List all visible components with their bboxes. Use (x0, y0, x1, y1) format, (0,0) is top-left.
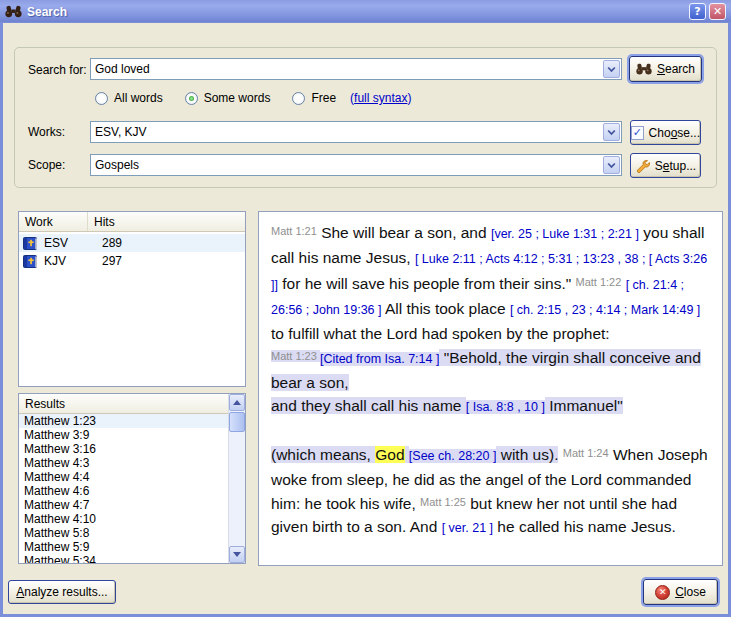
help-button[interactable]: ? (689, 3, 706, 20)
search-dialog-window: Search ? ✕ Search for: (0, 0, 731, 617)
cross-reference-link[interactable]: [ ch. 2:15 , 23 ; 4:14 ; Mark 14:49 ] (510, 303, 700, 317)
analyze-button-label: Analyze results... (16, 585, 107, 599)
list-item[interactable]: Matthew 1:23 (19, 414, 228, 428)
binoculars-icon (636, 63, 652, 75)
cross-reference-link[interactable]: [ ver. 21 ] (442, 521, 493, 535)
binoculars-icon (5, 5, 22, 18)
radio-circle-selected-icon (185, 92, 198, 105)
search-button[interactable]: Search (629, 56, 702, 82)
radio-free[interactable]: Free (292, 91, 336, 105)
results-header: Results (19, 394, 245, 414)
results-list: Results Matthew 1:23Matthew 3:9Matthew 3… (18, 393, 246, 564)
work-name: ESV (44, 236, 89, 250)
works-dropdown-button[interactable] (603, 123, 620, 141)
table-row[interactable]: ESV289 (19, 234, 245, 252)
wrench-icon (635, 158, 650, 173)
radio-all-words[interactable]: All words (95, 91, 163, 105)
radio-some-words-label: Some words (204, 91, 271, 105)
verse-number: Matt 1:21 (271, 225, 317, 237)
radio-circle-icon (95, 92, 108, 105)
radio-circle-icon (292, 92, 305, 105)
work-column-header[interactable]: Work (19, 212, 88, 231)
cross-reference-link[interactable]: [ Isa. 8:8 , 10 ] (466, 400, 545, 414)
scope-value: Gospels (91, 158, 603, 172)
chevron-down-icon (607, 129, 616, 136)
verse-text-panel[interactable]: Matt 1:21 She will bear a son, and [ver.… (258, 211, 723, 566)
close-button-label: Close (675, 585, 706, 599)
search-button-label: Search (657, 62, 695, 76)
results-scrollbar[interactable] (228, 394, 245, 563)
book-icon (23, 237, 38, 250)
hit-count: 289 (102, 236, 122, 250)
search-input[interactable] (91, 62, 603, 76)
search-hit-highlight: God (375, 446, 404, 463)
hit-count: 297 (102, 254, 122, 268)
chevron-down-icon (607, 66, 616, 73)
list-item[interactable]: Matthew 4:3 (19, 456, 228, 470)
list-item[interactable]: Matthew 4:10 (19, 512, 228, 526)
verse-number: Matt 1:23 (271, 350, 320, 362)
dialog-client-area: Search for: (3, 23, 728, 614)
close-button[interactable]: ✕ Close (643, 579, 718, 605)
verse-text: for he will save his people from their s… (278, 275, 576, 292)
work-name: KJV (44, 254, 89, 268)
setup-scope-button[interactable]: Setup... (630, 153, 701, 178)
choose-works-button[interactable]: ✓ Choose... (630, 120, 701, 145)
list-item[interactable]: Matthew 3:16 (19, 442, 228, 456)
search-for-label: Search for: (28, 63, 87, 77)
results-list-body: Matthew 1:23Matthew 3:9Matthew 3:16Matth… (19, 414, 228, 563)
search-input-combobox (90, 58, 622, 80)
verse-text: All this took place (382, 300, 510, 317)
checkmark-icon: ✓ (631, 126, 644, 140)
radio-all-words-label: All words (114, 91, 163, 105)
hits-table-body: ESV289 KJV297 (19, 232, 245, 270)
verse-text: he called his name Jesus. (493, 518, 676, 535)
window-title: Search (27, 5, 689, 19)
list-item[interactable]: Matthew 5:8 (19, 526, 228, 540)
verse-number: Matt 1:25 (420, 496, 466, 508)
scroll-up-icon (233, 400, 241, 405)
verse-text: She will bear a son, and (317, 224, 491, 241)
table-row[interactable]: KJV297 (19, 252, 245, 270)
works-combobox[interactable]: ESV, KJV (90, 121, 622, 143)
setup-button-label: Setup... (655, 159, 696, 173)
verse-number: Matt 1:24 (563, 447, 609, 459)
title-bar[interactable]: Search ? ✕ (0, 0, 731, 23)
list-item[interactable]: Matthew 4:6 (19, 484, 228, 498)
list-item[interactable]: Matthew 5:9 (19, 540, 228, 554)
works-value: ESV, KJV (91, 125, 603, 139)
verse-text: with us). (496, 446, 558, 463)
window-close-button[interactable]: ✕ (709, 3, 726, 20)
list-item[interactable]: Matthew 4:7 (19, 498, 228, 512)
list-item[interactable]: Matthew 3:9 (19, 428, 228, 442)
scroll-down-icon (233, 552, 241, 557)
cross-reference-link[interactable]: [Cited from Isa. 7:14 ] (320, 352, 440, 366)
choose-button-label: Choose... (649, 126, 700, 140)
radio-some-words[interactable]: Some words (185, 91, 271, 105)
radio-free-label: Free (311, 91, 336, 105)
list-item[interactable]: Matthew 5:34 (19, 554, 228, 563)
scroll-up-button[interactable] (229, 394, 245, 411)
cross-reference-link[interactable]: [See ch. 28:20 ] (409, 449, 497, 463)
verse-text-flow: Matt 1:21 She will bear a son, and [ver.… (259, 212, 722, 540)
scope-label: Scope: (28, 158, 65, 172)
scope-combobox[interactable]: Gospels (90, 154, 622, 176)
chevron-down-icon (607, 162, 616, 169)
scope-dropdown-button[interactable] (603, 156, 620, 174)
scrollbar-thumb[interactable] (229, 412, 245, 432)
list-item[interactable]: Matthew 4:4 (19, 470, 228, 484)
scroll-down-button[interactable] (229, 546, 245, 563)
full-syntax-link[interactable]: (full syntax) (350, 91, 411, 105)
cross-reference-link[interactable]: [ver. 25 ; Luke 1:31 ; 2:21 ] (491, 227, 639, 241)
book-icon (23, 255, 38, 268)
verse-text: (which means, (271, 446, 375, 463)
hits-table-header: Work Hits (19, 212, 245, 232)
search-dropdown-button[interactable] (603, 60, 620, 78)
word-mode-options: All words Some words Free (full syntax) (95, 91, 411, 105)
close-circle-icon: ✕ (655, 585, 670, 600)
verse-text: to fulfill what the Lord had spoken by t… (271, 325, 610, 342)
verse-number: Matt 1:22 (576, 276, 622, 288)
works-label: Works: (28, 125, 65, 139)
hits-column-header[interactable]: Hits (88, 215, 115, 229)
analyze-results-button[interactable]: Analyze results... (8, 580, 116, 604)
